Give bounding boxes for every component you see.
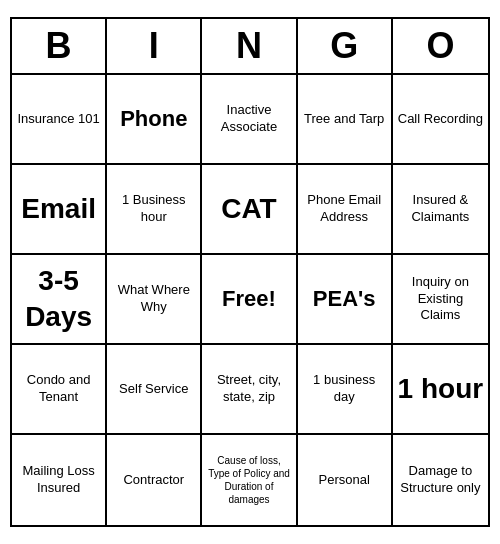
bingo-cell: Tree and Tarp: [298, 75, 393, 165]
bingo-cell: Email: [12, 165, 107, 255]
bingo-cell: 1 Business hour: [107, 165, 202, 255]
bingo-cell: Cause of loss, Type of Policy and Durati…: [202, 435, 297, 525]
bingo-cell: Insurance 101: [12, 75, 107, 165]
cell-text: What Where Why: [111, 282, 196, 316]
bingo-grid: Insurance 101PhoneInactive AssociateTree…: [12, 75, 488, 525]
cell-text: Email: [21, 191, 96, 227]
cell-text: Insurance 101: [17, 111, 99, 128]
bingo-header: BINGO: [12, 19, 488, 75]
bingo-card: BINGO Insurance 101PhoneInactive Associa…: [10, 17, 490, 527]
bingo-cell: 1 business day: [298, 345, 393, 435]
cell-text: Inactive Associate: [206, 102, 291, 136]
cell-text: 1 hour: [398, 371, 484, 407]
cell-text: CAT: [221, 191, 276, 227]
cell-text: Self Service: [119, 381, 188, 398]
bingo-cell: Damage to Structure only: [393, 435, 488, 525]
cell-text: Mailing Loss Insured: [16, 463, 101, 497]
cell-text: PEA's: [313, 285, 376, 314]
header-letter: G: [298, 19, 393, 73]
cell-text: Phone Email Address: [302, 192, 387, 226]
header-letter: O: [393, 19, 488, 73]
cell-text: Inquiry on Existing Claims: [397, 274, 484, 325]
cell-text: Damage to Structure only: [397, 463, 484, 497]
bingo-cell: Free!: [202, 255, 297, 345]
bingo-cell: Insured & Claimants: [393, 165, 488, 255]
bingo-cell: Phone Email Address: [298, 165, 393, 255]
bingo-cell: Mailing Loss Insured: [12, 435, 107, 525]
bingo-cell: Phone: [107, 75, 202, 165]
cell-text: Contractor: [123, 472, 184, 489]
bingo-cell: 3-5 Days: [12, 255, 107, 345]
cell-text: Tree and Tarp: [304, 111, 384, 128]
cell-text: Personal: [319, 472, 370, 489]
cell-text: Free!: [222, 285, 276, 314]
cell-text: Insured & Claimants: [397, 192, 484, 226]
header-letter: I: [107, 19, 202, 73]
bingo-cell: Inquiry on Existing Claims: [393, 255, 488, 345]
cell-text: Call Recording: [398, 111, 483, 128]
bingo-cell: Contractor: [107, 435, 202, 525]
bingo-cell: Street, city, state, zip: [202, 345, 297, 435]
cell-text: Cause of loss, Type of Policy and Durati…: [206, 454, 291, 506]
bingo-cell: Inactive Associate: [202, 75, 297, 165]
cell-text: 1 Business hour: [111, 192, 196, 226]
bingo-cell: PEA's: [298, 255, 393, 345]
bingo-cell: CAT: [202, 165, 297, 255]
bingo-cell: Personal: [298, 435, 393, 525]
cell-text: Phone: [120, 105, 187, 134]
bingo-cell: Self Service: [107, 345, 202, 435]
bingo-cell: 1 hour: [393, 345, 488, 435]
bingo-cell: What Where Why: [107, 255, 202, 345]
cell-text: Condo and Tenant: [16, 372, 101, 406]
cell-text: 3-5 Days: [16, 263, 101, 336]
header-letter: B: [12, 19, 107, 73]
cell-text: 1 business day: [302, 372, 387, 406]
cell-text: Street, city, state, zip: [206, 372, 291, 406]
bingo-cell: Condo and Tenant: [12, 345, 107, 435]
header-letter: N: [202, 19, 297, 73]
bingo-cell: Call Recording: [393, 75, 488, 165]
